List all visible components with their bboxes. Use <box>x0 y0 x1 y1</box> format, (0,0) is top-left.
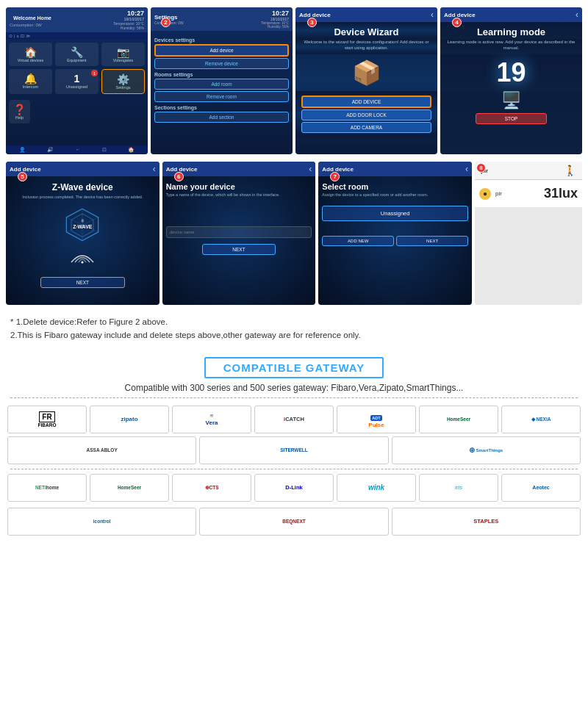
screen7-title: Select room <box>322 182 468 191</box>
app-help-row: ❓ Help <box>6 97 148 125</box>
app-unassigned[interactable]: 1 Unassigned 1 <box>55 69 98 94</box>
dlink-label: D-Link <box>285 484 302 491</box>
screen3-header: Add device ‹ <box>295 7 437 22</box>
screen4-back[interactable]: ‹ <box>576 10 578 20</box>
aeotec-label: Aeotec <box>532 485 549 490</box>
section-devices-settings: Devices settings <box>154 37 289 43</box>
screen3-back[interactable]: ‹ <box>431 10 434 20</box>
screen8-sensor-row: ● pir 31lux <box>475 180 582 207</box>
add-door-lock-btn[interactable]: ADD DOOR LOCK <box>301 109 431 120</box>
homeseer2-label: HomeSeer <box>118 485 141 490</box>
app-label-st: Settings <box>104 85 143 90</box>
stop-btn[interactable]: STOP <box>476 113 547 124</box>
beqnext-label: BEQNEXT <box>282 519 305 524</box>
add-camera-btn[interactable]: ADD CAMERA <box>301 122 431 133</box>
app-help[interactable]: ❓ Help <box>9 100 30 123</box>
screen5-zwave: Add device ‹ 5 Z-Wave device Inclusion p… <box>6 162 159 305</box>
screen5-back[interactable]: ‹ <box>153 164 156 174</box>
screen6-title: Name your device <box>166 182 312 191</box>
logo-grid-row2-ext: icontrol BEQNEXT STAPLES <box>0 508 588 543</box>
app-settings[interactable]: ⚙️ Settings <box>101 69 145 94</box>
app-equipment[interactable]: 🔧 Equipment <box>55 43 98 66</box>
screen4-subtitle: Learning mode is active now. Add your de… <box>440 39 582 54</box>
screen7-action-btns: ADD NEW NEXT <box>322 236 468 246</box>
logo-cts: ⊕CTS <box>172 474 251 502</box>
app-label-ua: Unassigned <box>57 84 97 89</box>
screen5-signal <box>10 249 156 266</box>
app-intercom[interactable]: 🔔 Intercom <box>9 69 52 94</box>
logo-vera: ≋ Vera <box>172 406 251 433</box>
screen1-welcome-home: Welcome Home Consumption: 0W 10:27 19/10… <box>6 7 148 154</box>
screen3-title: Device Wizard <box>295 22 437 39</box>
screen4-title: Learning mode <box>440 22 582 39</box>
screen1-header: Welcome Home Consumption: 0W 10:27 19/10… <box>6 7 148 32</box>
logo-pulse: ADT Pulse <box>337 406 416 433</box>
screen1-time: 10:27 <box>113 10 144 17</box>
logo-grid-row1: FR FIBARO zipato ≋ Vera iCATCH ADT Pulse… <box>0 403 588 436</box>
add-section-btn[interactable]: Add section <box>154 112 289 123</box>
screen7-body: Select room Assign the device to a speci… <box>318 176 472 250</box>
screen6-body: Name your device Type a name of the devi… <box>162 176 316 263</box>
screen6-input[interactable]: device name <box>166 226 312 238</box>
screen3-badge: 3 <box>307 18 317 27</box>
staples-label: STAPLES <box>473 518 498 525</box>
logo-grid-row1-ext: ASSA ABLOY SITERWELL ⊛ SmartThings <box>0 436 588 467</box>
remove-device-btn[interactable]: Remove device <box>154 58 289 69</box>
compatible-gateway-header: COMPATIBLE GATEWAY <box>0 357 588 378</box>
screen8-badge: 8 <box>476 163 486 173</box>
assa-label: ASSA ABLOY <box>87 447 118 453</box>
logo-fibaro: FR FIBARO <box>7 406 87 433</box>
vera-label: Vera <box>206 419 218 426</box>
screen6-back[interactable]: ‹ <box>309 164 312 174</box>
screen5-next-btn[interactable]: NEXT <box>40 277 125 288</box>
section-rooms-settings: Rooms settings <box>154 72 289 77</box>
logo-homeseer1: HomeSeer <box>419 406 498 433</box>
icontrol-label: icontrol <box>93 519 111 524</box>
notes-section: * 1.Delete device:Refer to Figure 2 abov… <box>0 311 588 350</box>
screen6-header: Add device ‹ <box>162 162 316 176</box>
screen3-buttons: ADD DEVICE ADD DOOR LOCK ADD CAMERA <box>295 91 437 137</box>
add-device-btn[interactable]: Add device <box>154 44 289 57</box>
logo-grid-row2: NETIhome HomeSeer ⊕CTS D-Link wink iris … <box>0 471 588 508</box>
add-room-btn[interactable]: Add room <box>154 79 289 90</box>
screen5-header-title: Add device <box>10 166 41 173</box>
screen4-countdown: 19 <box>440 54 582 91</box>
screen2-badge: 2 <box>161 18 171 27</box>
screen5-body: Z-Wave device Inclusion process complete… <box>6 176 159 274</box>
app-virtual-devices[interactable]: 🏠 Virtual devices <box>9 43 52 66</box>
screen7-unassigned[interactable]: Unassigned <box>322 206 468 221</box>
logo-icontrol: icontrol <box>7 508 196 536</box>
screen7-header: Add device ‹ <box>318 162 472 176</box>
smartthings-label: ⊛ SmartThings <box>469 446 503 454</box>
app-label-ic: Intercom <box>10 84 51 89</box>
top-screenshots-row: Welcome Home Consumption: 0W 10:27 19/10… <box>0 0 588 159</box>
screen6-next-btn[interactable]: NEXT <box>202 244 275 255</box>
screen7-subtitle: Assign the device to a specified room or… <box>322 192 468 198</box>
screen2-body: Devices settings Add device Remove devic… <box>151 31 293 128</box>
screen8-sensor-name: pir <box>495 190 502 197</box>
screen4-header: Add device ‹ <box>440 7 582 22</box>
logo-homeseer2: HomeSeer <box>90 474 169 502</box>
screen6-header-title: Add device <box>166 166 198 173</box>
siterwell-label: SITERWELL <box>280 447 307 453</box>
remove-room-btn[interactable]: Remove room <box>154 91 289 102</box>
app-videogates[interactable]: 📷 Videogates <box>101 43 145 66</box>
icatch-label: iCATCH <box>284 416 304 422</box>
screen4-learning-mode: Add device ‹ 4 Learning mode Learning mo… <box>440 7 582 154</box>
logo-aeotec: Aeotec <box>501 474 581 502</box>
logo-siterwell: SITERWELL <box>199 436 388 464</box>
badge-unassigned: 1 <box>91 70 98 76</box>
screen7-back[interactable]: ‹ <box>465 164 468 174</box>
screen7-add-new-btn[interactable]: ADD NEW <box>322 236 394 246</box>
app-label-help: Help <box>13 115 26 120</box>
screen1-bottom-nav: 👤🔊←⊡🏠 <box>6 145 148 154</box>
logo-smartthings: ⊛ SmartThings <box>392 436 581 464</box>
screen1-nav: ⊙|≡⊡≫ <box>6 32 148 40</box>
screen8-pir-sensor: 8 pir 🚶 ● pir 31lux <box>475 162 582 305</box>
zipato-label: zipato <box>121 416 137 422</box>
logo-zipato: zipato <box>90 406 169 433</box>
screen1-consumption: Consumption: 0W <box>10 23 55 27</box>
screen6-subtitle: Type a name of the device, which will be… <box>166 192 312 198</box>
screen7-next-btn[interactable]: NEXT <box>396 236 468 246</box>
add-device-wizard-btn[interactable]: ADD DEVICE <box>301 96 431 108</box>
